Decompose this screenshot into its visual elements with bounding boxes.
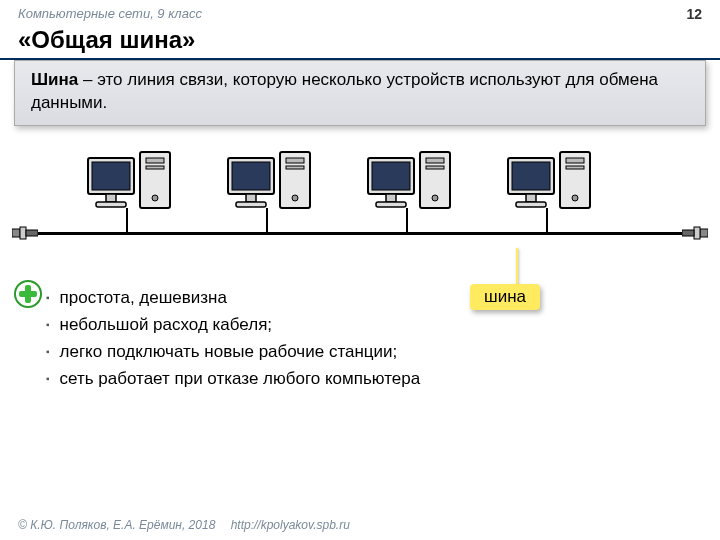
definition-text: – это линия связи, которую несколько уст… [31, 70, 658, 112]
svg-rect-36 [566, 166, 584, 169]
svg-rect-25 [376, 202, 406, 207]
svg-rect-2 [26, 230, 38, 236]
svg-point-13 [152, 195, 158, 201]
computer-node-icon [84, 150, 176, 240]
terminator-right-icon [682, 224, 708, 242]
computer-node-icon [224, 150, 316, 240]
svg-rect-35 [566, 158, 584, 163]
svg-rect-7 [92, 162, 130, 190]
footer: © К.Ю. Поляков, Е.А. Ерёмин, 2018 http:/… [18, 518, 350, 532]
svg-rect-33 [516, 202, 546, 207]
svg-rect-11 [146, 158, 164, 163]
svg-rect-4 [694, 227, 700, 239]
svg-rect-17 [236, 202, 266, 207]
drop-cable [546, 208, 548, 233]
svg-rect-27 [426, 158, 444, 163]
slide-title: «Общая шина» [0, 24, 720, 60]
computer-node-icon [504, 150, 596, 240]
svg-rect-8 [106, 194, 116, 202]
svg-rect-20 [286, 166, 304, 169]
svg-rect-12 [146, 166, 164, 169]
svg-rect-3 [700, 229, 708, 237]
advantage-item: небольшой расход кабеля; [46, 311, 702, 338]
svg-rect-19 [286, 158, 304, 163]
advantages-section: простота, дешевизнанебольшой расход кабе… [46, 284, 702, 393]
svg-rect-9 [96, 202, 126, 207]
advantages-list: простота, дешевизнанебольшой расход кабе… [46, 284, 702, 393]
terminator-left-icon [12, 224, 38, 242]
drop-cable [266, 208, 268, 233]
bus-label-pointer [516, 248, 518, 286]
svg-rect-31 [512, 162, 550, 190]
svg-rect-5 [682, 230, 694, 236]
svg-rect-32 [526, 194, 536, 202]
svg-point-29 [432, 195, 438, 201]
page-number: 12 [686, 6, 702, 22]
svg-point-37 [572, 195, 578, 201]
plus-icon [14, 280, 42, 308]
footer-url: http://kpolyakov.spb.ru [231, 518, 350, 532]
svg-rect-28 [426, 166, 444, 169]
definition-box: Шина – это линия связи, которую нескольк… [14, 60, 706, 126]
drop-cable [406, 208, 408, 233]
svg-point-21 [292, 195, 298, 201]
advantage-item: легко подключать новые рабочие станции; [46, 338, 702, 365]
computer-node-icon [364, 150, 456, 240]
copyright: © К.Ю. Поляков, Е.А. Ерёмин, 2018 [18, 518, 215, 532]
advantage-item: простота, дешевизна [46, 284, 702, 311]
svg-rect-15 [232, 162, 270, 190]
svg-rect-16 [246, 194, 256, 202]
advantage-item: сеть работает при отказе любого компьюте… [46, 365, 702, 392]
svg-rect-1 [20, 227, 26, 239]
drop-cable [126, 208, 128, 233]
definition-term: Шина [31, 70, 78, 89]
svg-rect-24 [386, 194, 396, 202]
svg-rect-23 [372, 162, 410, 190]
svg-rect-0 [12, 229, 20, 237]
bus-topology-diagram [14, 136, 706, 266]
course-label: Компьютерные сети, 9 класс [18, 6, 202, 22]
svg-rect-40 [19, 291, 37, 297]
